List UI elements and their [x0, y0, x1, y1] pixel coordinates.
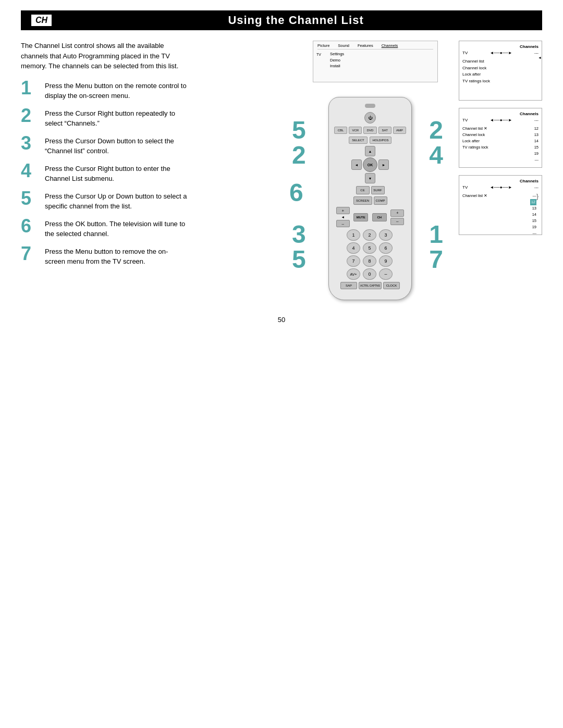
visuals-column: Picture Sound Features Channels TV Setti… — [198, 41, 542, 300]
nav-up-button[interactable]: ▲ — [365, 146, 375, 156]
num-2-button[interactable]: 2 — [363, 229, 376, 241]
step-number-4: 4 — [21, 162, 40, 180]
tv-d1-arrow: ◄ — [538, 56, 542, 59]
main-content: The Channel List control shows all the a… — [21, 41, 542, 300]
step-number-5: 5 — [21, 189, 40, 208]
select-holdpos-row: SELECT HOLD/POS — [334, 137, 406, 144]
tv-d2-channel-list-label: Channel list ✕ — [462, 126, 532, 132]
dash-button[interactable]: – — [379, 268, 393, 280]
num-4-button[interactable]: 4 — [347, 242, 360, 254]
menu-item-sound: Sound — [338, 43, 349, 48]
clock-button[interactable]: CLOCK — [383, 282, 400, 289]
num-9-button[interactable]: 9 — [379, 255, 393, 267]
tv-d1-row1: Channel list — [462, 58, 538, 65]
tv-diagram-1-title: Channels — [462, 44, 538, 49]
tv-diagram-3: Channels TV ◄──●──► --- Channel list ✕ -… — [459, 175, 542, 235]
vol-down-button[interactable]: – — [336, 220, 350, 227]
holdpos-button[interactable]: HOLD/POS — [370, 137, 391, 144]
step-overlay-35: 35 — [292, 222, 306, 272]
nav-down-button[interactable]: ▼ — [365, 173, 375, 183]
num-3-button[interactable]: 3 — [379, 229, 393, 241]
step-text-3: Press the Cursor Down button to select t… — [45, 136, 188, 156]
power-button[interactable]: ⏻ — [364, 112, 376, 124]
comp-button[interactable]: COMP — [374, 196, 387, 205]
tv-d3-channel-list-label: Channel list ✕ — [462, 193, 530, 199]
num-7-button[interactable]: 7 — [347, 255, 360, 267]
special-buttons-row: SAP ACTRL CAPTNS CLOCK — [334, 282, 406, 289]
screen-button[interactable]: SCREEN — [353, 196, 372, 205]
menu-top-bar: Picture Sound Features Channels — [317, 43, 433, 50]
step-3: 3 Press the Cursor Down button to select… — [21, 136, 188, 156]
surf-button[interactable]: SURF — [371, 186, 385, 194]
step-2: 2 Press the Cursor Right button repeated… — [21, 108, 188, 129]
tv-d2-tv-row: TV ◄──●──► --- — [462, 117, 538, 124]
num-1-button[interactable]: 1 — [347, 229, 360, 241]
remote-ir — [365, 104, 375, 108]
tv-diagram-3-title: Channels — [462, 179, 538, 183]
source-buttons-row: CBL VCR DVD SAT AMP — [334, 127, 406, 134]
page-header: CH Using the Channel List — [21, 10, 542, 30]
cbl-button[interactable]: CBL — [334, 127, 347, 134]
vol-ch-row: + ◄ – MUTE CH + – — [334, 207, 406, 227]
tv-diagrams: Channels TV ◄──●──► --- Channel list Cha… — [459, 41, 542, 235]
select-button[interactable]: SELECT — [349, 137, 368, 144]
tv-diagram-1: Channels TV ◄──●──► --- Channel list Cha… — [459, 41, 542, 101]
av-button[interactable]: AV+ — [347, 268, 360, 280]
captns-button[interactable]: ACTRL CAPTNS — [359, 282, 382, 289]
step-overlay-52: 52 — [292, 118, 306, 168]
mute-button[interactable]: MUTE — [353, 213, 368, 221]
numpad: 1 2 3 4 5 6 7 8 9 AV+ 0 – — [347, 229, 394, 280]
page-number: 50 — [0, 316, 563, 334]
menu-tv-label: TV — [316, 53, 321, 56]
ch-up-button[interactable]: + — [390, 209, 404, 217]
steps-list: 1 Press the Menu button on the remote co… — [21, 81, 188, 267]
ok-button[interactable]: OK — [363, 157, 377, 172]
vol-up-button[interactable]: + — [336, 207, 350, 214]
tv-d2-lock-after: Lock after — [462, 138, 532, 144]
step-text-4: Press the Cursor Right button to enter t… — [45, 164, 188, 184]
num-8-button[interactable]: 8 — [363, 255, 376, 267]
sap-button[interactable]: SAP — [340, 282, 357, 289]
tv-d1-tv-row: TV ◄──●──► --- — [462, 50, 538, 57]
num-6-button[interactable]: 6 — [379, 242, 393, 254]
remote-body: ⏻ CBL VCR DVD SAT AMP SELECT HOLD/POS — [328, 97, 412, 300]
nav-up-row: ▲ — [365, 146, 375, 156]
step-4: 4 Press the Cursor Right button to enter… — [21, 164, 188, 184]
num-5-button[interactable]: 5 — [363, 242, 376, 254]
ch-down-button[interactable]: – — [390, 218, 404, 225]
vcr-button[interactable]: VCR — [349, 127, 362, 134]
vol-block: + ◄ – — [336, 207, 350, 227]
step-number-6: 6 — [21, 217, 40, 236]
instructions-column: The Channel List control shows all the a… — [21, 41, 188, 300]
menu-settings: Settings — [330, 51, 433, 57]
tv-d3-channel-numbers: --- 12 13 14 15 19 --- — [530, 193, 536, 237]
step-text-7: Press the Menu button to remove the on-s… — [45, 246, 188, 267]
ch-block: + – — [390, 209, 404, 225]
tv-d3-selected-channel: 12 — [530, 199, 536, 205]
step-number-1: 1 — [21, 79, 40, 97]
nav-left-button[interactable]: ◄ — [351, 159, 362, 170]
tv-diagram-2: Channels TV ◄──●──► --- Channel list ✕ C… — [459, 108, 542, 168]
step-text-2: Press the Cursor Right button repeatedly… — [45, 108, 188, 129]
nav-right-button[interactable]: ► — [378, 159, 389, 170]
num-0-button[interactable]: 0 — [363, 268, 376, 280]
nav-cluster: ▲ ◄ OK ► ▼ — [334, 146, 406, 183]
step-overlay-17: 17 — [429, 222, 443, 272]
step-6: 6 Press the OK button. The television wi… — [21, 219, 188, 239]
tv-d3-tv-row: TV ◄──●──► --- — [462, 184, 538, 191]
nav-middle-row: ◄ OK ► — [351, 157, 389, 172]
dvd-button[interactable]: DVD — [363, 127, 376, 134]
ce-button[interactable]: CE — [356, 186, 370, 194]
func-buttons-row: CE SURF — [334, 186, 406, 194]
tv-d3-cursor: } — [536, 193, 538, 237]
sat-button[interactable]: SAT — [378, 127, 391, 134]
step-number-3: 3 — [21, 134, 40, 153]
amp-button[interactable]: AMP — [393, 127, 406, 134]
step-7: 7 Press the Menu button to remove the on… — [21, 246, 188, 267]
tv-d1-row3: Lock after — [462, 71, 538, 78]
step-number-7: 7 — [21, 244, 40, 263]
step-5: 5 Press the Cursor Up or Down button to … — [21, 191, 188, 212]
nav-down-row: ▼ — [365, 173, 375, 183]
menu-item-picture: Picture — [317, 43, 329, 48]
tv-d2-tv-ratings: TV ratings lock — [462, 144, 532, 151]
